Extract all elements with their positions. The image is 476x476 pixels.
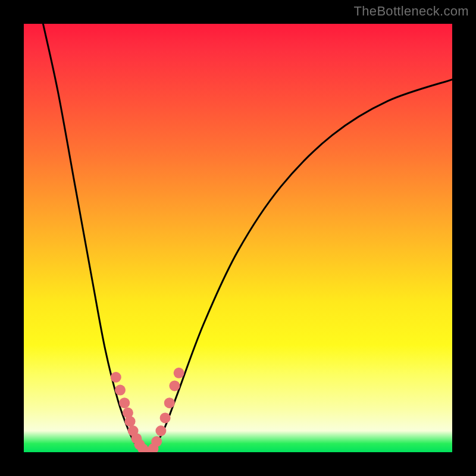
data-dot [119, 397, 130, 408]
bottleneck-curve-right [150, 80, 452, 452]
data-dot [111, 372, 121, 383]
data-dot [155, 425, 166, 436]
plot-area [24, 24, 452, 452]
data-dot [160, 412, 171, 423]
watermark-text: TheBottleneck.com [354, 4, 469, 19]
chart-frame: TheBottleneck.com [0, 0, 476, 476]
curve-layer [24, 24, 452, 452]
data-dot [169, 380, 180, 391]
data-dot [164, 397, 175, 408]
data-dot [151, 436, 162, 447]
data-dot [125, 416, 136, 427]
data-dot [115, 385, 126, 396]
data-dot [174, 368, 184, 378]
bottleneck-curve-left [43, 24, 146, 452]
